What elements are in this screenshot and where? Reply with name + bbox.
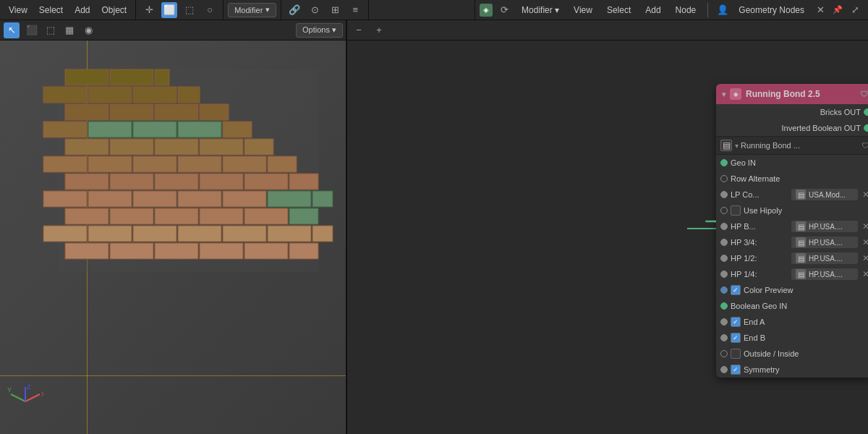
collapse-icon[interactable]: ▾ (722, 90, 726, 98)
hp-b-input[interactable]: ▤ HP.USA.... (791, 221, 858, 232)
svg-rect-38 (268, 156, 297, 172)
face-mode-icon[interactable]: ▦ (61, 22, 77, 38)
hp-b-socket[interactable] (720, 223, 728, 230)
shield-icon[interactable]: 🛡 (858, 88, 868, 100)
hp-14-socket[interactable] (720, 271, 728, 278)
options-btn[interactable]: Options ▾ (296, 23, 343, 38)
tweak-mode-icon[interactable]: ◉ (80, 22, 96, 38)
viewport-canvas[interactable]: X Y Z (0, 41, 346, 434)
transform-icon[interactable]: ⊞ (327, 2, 343, 18)
select-mode-icon[interactable]: ↖ (4, 22, 20, 38)
lp-co-remove-btn[interactable]: ✕ (861, 190, 868, 200)
symmetry-checkbox[interactable]: ✓ (731, 365, 741, 375)
close-icon[interactable]: ✕ (812, 2, 828, 18)
end-a-label: End A (744, 318, 868, 326)
node-running-bond[interactable]: ▾ ◈ Running Bond 2.5 🛡 Bricks OUT Invert… (716, 84, 868, 378)
svg-rect-23 (178, 191, 221, 207)
svg-rect-35 (133, 156, 176, 172)
input-end-a: ✓ End A (716, 314, 868, 330)
hp-12-remove-btn[interactable]: ✕ (861, 253, 868, 263)
input-hp-14: HP 1/4: ▤ HP.USA.... ✕ (716, 266, 868, 282)
svg-rect-12 (268, 226, 311, 242)
inverted-bool-socket[interactable] (864, 124, 868, 132)
node-menu-node[interactable]: Node (670, 0, 702, 20)
pin-icon[interactable]: 📌 (832, 4, 843, 16)
end-b-checkbox[interactable]: ✓ (731, 333, 741, 343)
lp-co-socket[interactable] (720, 191, 728, 198)
mode-icon[interactable]: ≡ (347, 2, 363, 18)
svg-rect-36 (178, 156, 221, 172)
row-alternate-socket[interactable] (720, 175, 728, 182)
hp-b-value: HP.USA.... (809, 223, 843, 231)
svg-rect-51 (155, 104, 198, 120)
use-hipoly-checkbox[interactable] (731, 205, 741, 216)
node-menu-add[interactable]: Add (639, 0, 666, 20)
hp-34-value: HP.USA.... (809, 239, 843, 247)
input-hp-34: HP 3/4: ▤ HP.USA.... ✕ (716, 234, 868, 250)
hp-b-remove-btn[interactable]: ✕ (861, 221, 868, 231)
svg-rect-42 (200, 139, 243, 155)
node-avatar-icon[interactable]: 👤 (715, 2, 731, 18)
end-a-socket[interactable] (720, 318, 728, 326)
editor-title: Geometry Nodes (734, 5, 809, 15)
node-menu-select[interactable]: Select (601, 0, 637, 20)
node-zoom-in-icon[interactable]: + (371, 22, 387, 38)
bricks-out-socket[interactable] (864, 109, 868, 116)
svg-rect-26 (312, 191, 333, 207)
input-boolean-geo-in: Boolean Geo IN (716, 298, 868, 314)
circle-icon[interactable]: ○ (202, 2, 218, 18)
node-canvas[interactable]: ▾ ◈ Running Bond 2.5 🛡 Bricks OUT Invert… (347, 41, 868, 434)
main-content: ↖ ⬛ ⬚ ▦ ◉ Options ▾ (0, 20, 868, 434)
svg-rect-1 (65, 243, 109, 259)
hp-14-remove-btn[interactable]: ✕ (861, 269, 868, 279)
global-transform-btn[interactable]: Modifier ▾ (228, 3, 276, 17)
subheader-img-icon: ▤ (720, 140, 732, 151)
snap-icon[interactable]: 🔗 (286, 2, 302, 18)
select-icon[interactable]: ⬜ (161, 2, 177, 18)
editor-type-icon[interactable]: ◈ (480, 4, 493, 17)
cursor-icon[interactable]: ✛ (141, 2, 157, 18)
end-b-socket[interactable] (720, 334, 728, 341)
color-preview-rb-checkbox[interactable]: ✓ (731, 285, 741, 295)
vertex-mode-icon[interactable]: ⬛ (24, 22, 40, 38)
boolean-geo-in-socket[interactable] (720, 302, 728, 310)
hp-34-socket[interactable] (720, 239, 728, 246)
input-lp-co: LP Co... ▤ USA.Mod... ✕ (716, 187, 868, 203)
geo-in-socket[interactable] (720, 159, 728, 166)
hp-12-socket[interactable] (720, 255, 728, 262)
hp-12-value: HP.USA.... (809, 255, 843, 263)
menu-view[interactable]: View (3, 0, 33, 20)
hp-14-input[interactable]: ▤ HP.USA.... (791, 268, 858, 280)
svg-rect-56 (178, 87, 200, 103)
node-sync-icon[interactable]: ⟳ (496, 2, 512, 18)
menu-add[interactable]: Add (69, 0, 95, 20)
proportional-icon[interactable]: ⊙ (307, 2, 323, 18)
use-hipoly-socket[interactable] (720, 207, 728, 214)
outside-inside-socket[interactable] (720, 350, 728, 357)
menu-select[interactable]: Select (33, 0, 69, 20)
outside-inside-checkbox[interactable] (731, 349, 741, 359)
hp-34-input[interactable]: ▤ HP.USA.... (791, 237, 858, 248)
symmetry-label: Symmetry (744, 365, 868, 374)
node-menu-modifier[interactable]: Modifier ▾ (516, 0, 565, 20)
end-a-checkbox[interactable]: ✓ (731, 317, 741, 327)
color-preview-rb-socket[interactable] (720, 286, 728, 294)
symmetry-socket[interactable] (720, 366, 728, 373)
hp-34-remove-btn[interactable]: ✕ (861, 237, 868, 247)
node-menu-view[interactable]: View (568, 0, 598, 20)
lp-co-input[interactable]: ▤ USA.Mod... (791, 189, 858, 200)
edge-mode-icon[interactable]: ⬚ (43, 22, 59, 38)
svg-rect-41 (155, 139, 198, 155)
lasso-icon[interactable]: ⬚ (182, 2, 197, 18)
svg-rect-4 (200, 243, 243, 259)
svg-rect-8 (88, 226, 132, 242)
svg-rect-46 (133, 122, 176, 137)
subheader-shield-icon[interactable]: 🛡 (859, 140, 868, 151)
svg-rect-53 (43, 87, 87, 103)
input-use-hipoly: Use Hipoly (716, 203, 868, 218)
input-symmetry: ✓ Symmetry (716, 362, 868, 378)
fullscreen-icon[interactable]: ⤢ (847, 2, 863, 18)
menu-object[interactable]: Object (96, 0, 133, 20)
node-zoom-out-icon[interactable]: − (351, 22, 367, 38)
hp-12-input[interactable]: ▤ HP.USA.... (791, 252, 858, 264)
